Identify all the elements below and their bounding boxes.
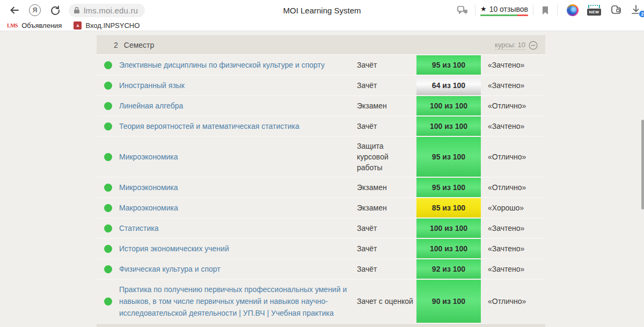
grade-row: Микроэкономика Защита курсовой работы 95…: [97, 136, 545, 177]
semester-3-header: 3 Семестр курсы: 10: [97, 324, 545, 327]
grade-value: «Отлично»: [481, 293, 545, 309]
page-title: MOI Learning System: [283, 6, 361, 15]
score-badge: 92 из 100: [416, 259, 481, 279]
score-badge: 100 из 100: [416, 96, 481, 115]
refresh-button[interactable]: [47, 2, 63, 18]
courses-count-link[interactable]: курсы: 10: [495, 41, 525, 50]
lock-icon: [74, 6, 80, 14]
assessment-type: Зачет с оценкой: [357, 292, 416, 310]
status-dot-icon: [104, 61, 112, 69]
toolbar-separator: [475, 5, 475, 16]
bookmark-icon: [541, 6, 549, 15]
course-link[interactable]: Элективные дисциплины по физической куль…: [119, 55, 357, 75]
browser-toolbar: Я lms.moi.edu.ru MOI Learning System ★: [0, 0, 644, 20]
grade-value: «Хорошо»: [481, 200, 545, 216]
grade-value: «Отлично»: [481, 98, 545, 114]
course-link[interactable]: История экономических учений: [119, 239, 357, 258]
course-link[interactable]: Микроэкономика: [119, 178, 357, 197]
grade-value: «Отлично»: [481, 149, 545, 165]
downloads-button[interactable]: 2: [630, 2, 644, 18]
grade-value: «Зачтено»: [481, 118, 545, 134]
url-text: lms.moi.edu.ru: [84, 6, 138, 15]
course-link[interactable]: Физическая культура и спорт: [119, 259, 357, 279]
status-cell: [97, 297, 119, 306]
bookmark-button[interactable]: [538, 3, 552, 18]
protect-extension-icon[interactable]: [610, 4, 623, 16]
collapse-icon[interactable]: [529, 41, 538, 50]
grade-value: «Зачтено»: [481, 220, 545, 236]
screenshot-tool-icon[interactable]: NEW: [587, 5, 601, 16]
assessment-type: Зачёт: [357, 239, 416, 258]
course-link[interactable]: Практика по получению первичных професси…: [119, 280, 357, 323]
status-cell: [97, 184, 119, 192]
inpsycho-favicon: ▲: [74, 21, 82, 30]
assessment-type: Экзамен: [357, 178, 416, 197]
assessment-type: Экзамен: [357, 199, 416, 217]
yandex-home-button[interactable]: Я: [27, 2, 43, 18]
toolbar-separator: [533, 5, 533, 16]
status-cell: [97, 245, 119, 253]
status-cell: [97, 153, 119, 161]
semester-number: 2: [114, 41, 118, 49]
rating-bar: [480, 14, 528, 16]
semester-label: Семестр: [124, 41, 155, 49]
course-link[interactable]: Иностранный язык: [119, 76, 357, 95]
mitten-icon: [610, 4, 623, 16]
status-dot-icon: [104, 265, 112, 273]
grade-row: Статистика Зачёт 100 из 100 «Зачтено»: [97, 217, 545, 238]
status-cell: [97, 82, 119, 90]
score-badge: 95 из 100: [416, 55, 481, 75]
grade-row: История экономических учений Зачёт 100 и…: [97, 238, 545, 258]
grade-value: «Зачтено»: [481, 77, 545, 93]
lms-favicon: LMS: [7, 23, 18, 28]
page-scrollbar-thumb[interactable]: [641, 120, 644, 209]
score-badge: 85 из 100: [416, 198, 481, 217]
semester-2-courses-toggle[interactable]: курсы: 10: [495, 41, 538, 50]
back-button[interactable]: [6, 2, 23, 18]
assessment-type: Зачёт: [357, 76, 416, 95]
grade-row: Элективные дисциплины по физической куль…: [97, 54, 545, 75]
lms-page: 2 Семестр курсы: 10 Элективные дисциплин…: [0, 31, 644, 327]
assessment-type: Экзамен: [357, 97, 416, 115]
assessment-type: Зачёт: [357, 260, 416, 278]
reviews-count-label: 10 отзывов: [489, 5, 528, 13]
reviews-rating[interactable]: ★ 10 отзывов: [480, 5, 528, 16]
bookmark-announcements[interactable]: LMS Объявления: [7, 21, 62, 30]
score-badge: 95 из 100: [416, 137, 481, 177]
address-bar[interactable]: lms.moi.edu.ru: [69, 4, 145, 17]
course-link[interactable]: Линейная алгебра: [119, 96, 357, 115]
gradebook-table: 2 Семестр курсы: 10 Элективные дисциплин…: [97, 35, 545, 327]
score-badge: 100 из 100: [416, 219, 481, 238]
status-cell: [97, 204, 119, 212]
status-cell: [97, 61, 119, 69]
refresh-icon: [50, 5, 61, 16]
status-dot-icon: [104, 224, 112, 232]
capture-brackets-icon: [588, 5, 600, 8]
back-arrow-icon: [9, 5, 20, 16]
grade-value: «Зачтено»: [481, 57, 545, 73]
grade-row: Микроэкономика Экзамен 95 из 100 «Отличн…: [97, 177, 545, 197]
grade-value: «Отлично»: [481, 179, 545, 195]
bookmark-label: Объявления: [21, 21, 62, 30]
course-link[interactable]: Статистика: [119, 219, 357, 238]
score-badge: 64 из 100: [416, 76, 481, 95]
grade-value: «Зачтено»: [481, 261, 545, 277]
status-dot-icon: [104, 153, 112, 161]
course-link[interactable]: Микроэкономика: [119, 147, 357, 166]
score-badge: 100 из 100: [416, 239, 481, 258]
status-cell: [97, 122, 119, 130]
score-badge: 95 из 100: [416, 178, 481, 197]
status-dot-icon: [104, 204, 112, 212]
assessment-type: Зачёт: [357, 219, 416, 237]
bookmark-inpsycho[interactable]: ▲ Вход.INPSYCHO: [74, 21, 140, 30]
extension-browser-icon[interactable]: [567, 4, 579, 16]
course-link[interactable]: Макроэкономика: [119, 198, 357, 217]
grade-rows: Элективные дисциплины по физической куль…: [97, 54, 545, 323]
semester-2-header: 2 Семестр курсы: 10: [97, 35, 545, 54]
course-link[interactable]: Теория вероятностей и математическая ста…: [119, 117, 357, 136]
grade-row: Иностранный язык Зачёт 64 из 100 «Зачтен…: [97, 75, 545, 95]
feedback-button[interactable]: [455, 3, 470, 18]
yandex-logo-icon: Я: [29, 4, 41, 16]
bookmarks-bar: LMS Объявления ▲ Вход.INPSYCHO: [0, 20, 644, 31]
status-dot-icon: [104, 245, 112, 253]
